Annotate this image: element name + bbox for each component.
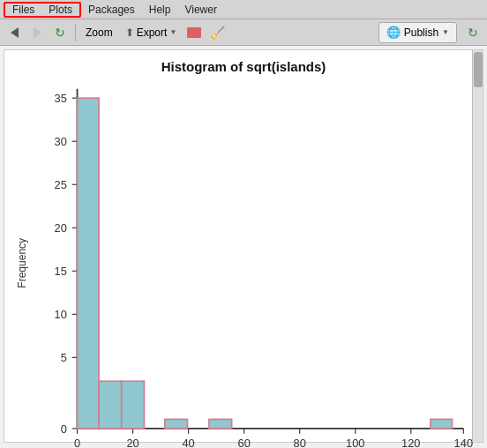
clear-button[interactable]: 🧹: [206, 22, 229, 43]
export-label: Export: [137, 26, 168, 39]
img-icon: [187, 27, 201, 38]
back-button[interactable]: [4, 22, 25, 43]
bar-1: [99, 381, 122, 429]
menubar: FilesPlots Packages Help Viewer: [0, 0, 487, 19]
svg-text:15: 15: [55, 265, 67, 278]
svg-text:100: 100: [346, 437, 364, 448]
svg-text:10: 10: [55, 308, 67, 321]
bar-0: [78, 98, 100, 429]
menu-help[interactable]: Help: [142, 2, 178, 18]
y-axis-label: Frequency: [13, 78, 31, 448]
forward-icon: [34, 27, 41, 38]
svg-text:0: 0: [74, 437, 80, 448]
histogram-chart: 35 30 25 20 15 10 5: [31, 78, 474, 448]
back-icon: [11, 27, 19, 38]
zoom-button[interactable]: Zoom: [80, 22, 118, 43]
refresh-icon: ↻: [55, 26, 65, 40]
svg-text:20: 20: [55, 221, 67, 235]
broom-icon: 🧹: [210, 26, 225, 40]
svg-text:80: 80: [294, 437, 306, 448]
refresh-button[interactable]: ↻: [49, 22, 71, 43]
export-icon: ⬆: [125, 26, 134, 39]
reload-icon: ↻: [468, 26, 478, 40]
svg-text:140: 140: [454, 437, 473, 448]
export-dropdown-icon: ▼: [169, 28, 176, 36]
reload-button[interactable]: ↻: [462, 22, 483, 43]
svg-text:20: 20: [126, 437, 139, 448]
bar-2: [122, 381, 145, 429]
svg-text:25: 25: [55, 178, 67, 191]
svg-text:40: 40: [182, 437, 194, 448]
chart-inner: 35 30 25 20 15 10 5: [31, 78, 474, 448]
svg-text:5: 5: [61, 351, 67, 364]
forward-button[interactable]: [26, 22, 48, 43]
svg-text:30: 30: [55, 135, 67, 148]
publish-button[interactable]: 🌐 Publish ▼: [378, 22, 457, 43]
export-button[interactable]: ⬆ Export ▼: [120, 22, 183, 43]
separator-1: [75, 24, 76, 41]
scrollbar[interactable]: [472, 50, 483, 442]
bar-4: [209, 419, 232, 429]
svg-text:120: 120: [401, 437, 420, 448]
chart-container: Frequency 35 30 25 20: [4, 74, 483, 448]
publish-label: Publish: [404, 26, 438, 39]
svg-text:60: 60: [238, 437, 251, 448]
globe-icon: 🌐: [386, 26, 401, 39]
svg-text:0: 0: [61, 422, 67, 436]
plot-title: Histogram of sqrt(islands): [161, 59, 326, 74]
zoom-label: Zoom: [86, 26, 113, 39]
scrollbar-thumb[interactable]: [474, 52, 483, 87]
menu-files[interactable]: Files: [5, 2, 41, 18]
menu-packages[interactable]: Packages: [81, 2, 142, 18]
publish-dropdown-icon: ▼: [442, 28, 449, 36]
menu-plots[interactable]: Plots: [41, 2, 79, 18]
menu-highlight-box: FilesPlots: [4, 2, 81, 18]
menu-viewer[interactable]: Viewer: [177, 2, 223, 18]
bar-5: [431, 419, 453, 429]
bar-3: [165, 419, 188, 429]
svg-text:35: 35: [55, 92, 67, 105]
img-button[interactable]: [184, 22, 205, 43]
plot-area: Histogram of sqrt(islands) Frequency 35 …: [4, 49, 483, 443]
toolbar: ↻ Zoom ⬆ Export ▼ 🧹 🌐 Publish ▼ ↻: [0, 19, 487, 46]
